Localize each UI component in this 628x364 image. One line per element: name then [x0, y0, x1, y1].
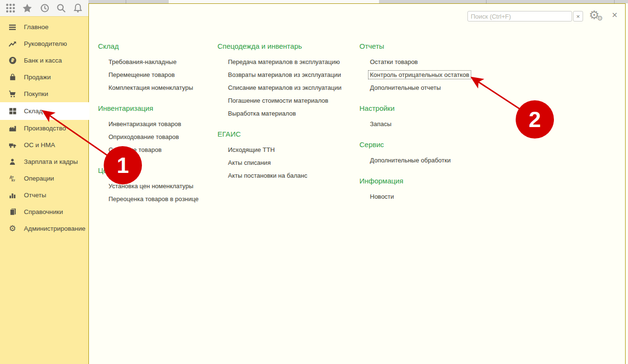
menu-section-informaciya: Информация Новости: [359, 177, 503, 203]
history-clock-icon[interactable]: [39, 2, 50, 14]
sidebar-item-label: Покупки: [24, 90, 48, 97]
books-icon: [7, 208, 18, 216]
section-title: Инвентаризация: [98, 104, 215, 113]
sidebar-item-manager[interactable]: Руководителю: [0, 35, 88, 52]
menu-link[interactable]: Переоценка товаров в рознице: [98, 193, 215, 205]
top-toolbar: [0, 0, 88, 16]
warehouse-boxes-icon: [7, 107, 18, 116]
sidebar-item-reports[interactable]: Отчеты: [0, 187, 88, 203]
menu-link[interactable]: Требования-накладные: [98, 55, 215, 68]
sidebar-item-sales[interactable]: Продажи: [0, 69, 88, 86]
section-title: ЕГАИС: [217, 130, 361, 139]
sidebar-item-administration[interactable]: ⚙ Администрирование: [0, 220, 88, 237]
sidebar-item-label: Главное: [24, 23, 49, 31]
menu-link[interactable]: Комплектация номенклатуры: [98, 81, 215, 94]
sidebar-item-directories[interactable]: Справочники: [0, 203, 88, 220]
section-menu-panel: × ⚙ ⚙ × Склад Требования-накладные Перем…: [88, 3, 626, 364]
sidebar-item-warehouse[interactable]: Склад: [0, 102, 89, 120]
sidebar-item-bank-cash[interactable]: ₽ Банк и касса: [0, 52, 88, 69]
sidebar-item-operations[interactable]: Дт Кт Операции: [0, 170, 88, 187]
menu-column-1: Склад Требования-накладные Перемещение т…: [98, 42, 215, 215]
section-title: Отчеты: [359, 42, 503, 51]
menu-link[interactable]: Дополнительные обработки: [359, 154, 503, 167]
window-tab-divider: [614, 0, 615, 3]
sidebar: Главное Руководителю ₽ Банк и касса Прод…: [0, 16, 88, 364]
menu-link[interactable]: Новости: [359, 190, 503, 203]
menu-link[interactable]: Передача материалов в эксплуатацию: [217, 55, 361, 68]
menu-link[interactable]: Остатки товаров: [359, 55, 503, 68]
sidebar-item-label: Склад: [24, 107, 43, 115]
shopping-cart-icon: [7, 90, 18, 98]
window-tabs-strip: [88, 0, 628, 3]
menu-link[interactable]: Исходящие ТТН: [217, 143, 361, 156]
section-title: Склад: [98, 42, 215, 51]
window-tab-active[interactable]: [169, 0, 379, 3]
menu-link[interactable]: Дополнительные отчеты: [359, 81, 503, 94]
sidebar-item-main[interactable]: Главное: [0, 19, 88, 35]
sidebar-item-label: Администрирование: [24, 225, 86, 232]
sidebar-item-purchases[interactable]: Покупки: [0, 86, 88, 102]
menu-section-specodezhda: Спецодежда и инвентарь Передача материал…: [217, 42, 361, 120]
trend-chart-icon: [7, 40, 18, 48]
menu-link[interactable]: Инвентаризация товаров: [98, 118, 215, 130]
window-tab-divider: [486, 0, 487, 3]
search-area: ×: [467, 11, 584, 21]
svg-text:₽: ₽: [11, 58, 14, 63]
sidebar-item-fixed-assets[interactable]: ОС и НМА: [0, 137, 88, 153]
factory-icon: [7, 124, 18, 133]
close-icon[interactable]: ×: [610, 11, 619, 20]
sidebar-item-label: ОС и НМА: [24, 141, 55, 149]
sidebar-item-label: Зарплата и кадры: [24, 158, 78, 165]
sidebar-item-payroll[interactable]: Зарплата и кадры: [0, 153, 88, 170]
section-title: Спецодежда и инвентарь: [217, 42, 361, 51]
menu-link[interactable]: Погашение стоимости материалов: [217, 94, 361, 107]
menu-section-egais: ЕГАИС Исходящие ТТН Акты списания Акты п…: [217, 130, 361, 182]
search-icon[interactable]: [55, 2, 67, 14]
menu-link[interactable]: Выработка материалов: [217, 107, 361, 120]
menu-section-nastroyki: Настройки Запасы: [359, 104, 503, 130]
menu-link-negative-balance-control[interactable]: Контроль отрицательных остатков: [359, 68, 503, 81]
search-input[interactable]: [467, 11, 572, 21]
menu-link[interactable]: Акты постановки на баланс: [217, 169, 361, 182]
menu-link[interactable]: Акты списания: [217, 156, 361, 169]
settings-gear-icon[interactable]: ⚙ ⚙: [589, 9, 605, 23]
menu-link[interactable]: Запасы: [359, 118, 503, 130]
apps-grid-icon[interactable]: [5, 2, 16, 14]
menu-link[interactable]: Установка цен номенклатуры: [98, 180, 215, 193]
menu-link[interactable]: Списание материалов из эксплуатации: [217, 81, 361, 94]
menu-section-ceny: Цены Установка цен номенклатуры Переоцен…: [98, 166, 215, 205]
menu-lines-icon: [7, 23, 18, 32]
menu-link[interactable]: Списание товаров: [98, 143, 215, 156]
shopping-bag-icon: [7, 73, 18, 82]
sidebar-item-label: Справочники: [24, 208, 63, 215]
sidebar-item-production[interactable]: Производство: [0, 120, 88, 137]
sidebar-item-label: Продажи: [24, 74, 51, 81]
section-title: Информация: [359, 177, 503, 185]
menu-section-sklad: Склад Требования-накладные Перемещение т…: [98, 42, 215, 94]
menu-section-otchety: Отчеты Остатки товаров Контроль отрицате…: [359, 42, 503, 94]
dt-kt-icon: Дт Кт: [7, 174, 18, 183]
menu-link[interactable]: Возвраты материалов из эксплуатации: [217, 68, 361, 81]
search-clear-button[interactable]: ×: [573, 11, 583, 21]
person-icon: [7, 158, 18, 166]
section-title: Сервис: [359, 140, 503, 149]
sidebar-item-label: Руководителю: [24, 40, 67, 47]
menu-link[interactable]: Оприходование товаров: [98, 130, 215, 143]
sidebar-item-label: Банк и касса: [24, 57, 62, 64]
sidebar-item-label: Производство: [24, 125, 66, 132]
truck-icon: [7, 141, 18, 150]
menu-link[interactable]: Перемещение товаров: [98, 68, 215, 81]
menu-column-2: Спецодежда и инвентарь Передача материал…: [217, 42, 361, 192]
favorites-star-icon[interactable]: [22, 2, 33, 14]
window-tab-divider: [126, 0, 126, 3]
sidebar-item-label: Отчеты: [24, 192, 46, 199]
menu-section-inventarizaciya: Инвентаризация Инвентаризация товаров Оп…: [98, 104, 215, 156]
ruble-coin-icon: ₽: [7, 56, 18, 65]
focused-link-box[interactable]: Контроль отрицательных остатков: [368, 70, 471, 79]
notifications-bell-icon[interactable]: [72, 2, 84, 14]
menu-section-servis: Сервис Дополнительные обработки: [359, 140, 503, 167]
section-title: Цены: [98, 166, 215, 175]
section-title: Настройки: [359, 104, 503, 113]
bar-chart-icon: [7, 191, 18, 200]
sidebar-item-label: Операции: [24, 175, 54, 182]
